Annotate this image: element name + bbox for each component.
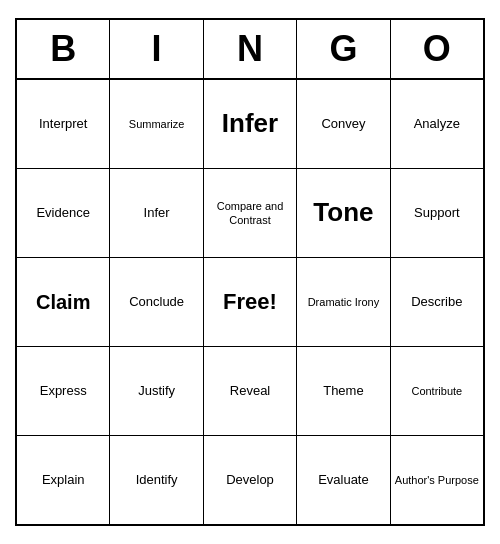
bingo-card: BINGO InterpretSummarizeInferConveyAnaly… bbox=[15, 18, 485, 526]
bingo-cell: Support bbox=[391, 169, 483, 257]
bingo-cell: Express bbox=[17, 347, 110, 435]
bingo-cell: Evaluate bbox=[297, 436, 390, 524]
bingo-cell: Author's Purpose bbox=[391, 436, 483, 524]
bingo-cell: Identify bbox=[110, 436, 203, 524]
bingo-cell: Describe bbox=[391, 258, 483, 346]
bingo-row: ClaimConcludeFree!Dramatic IronyDescribe bbox=[17, 258, 483, 347]
bingo-cell: Compare and Contrast bbox=[204, 169, 297, 257]
bingo-cell: Summarize bbox=[110, 80, 203, 168]
bingo-header: BINGO bbox=[17, 20, 483, 80]
bingo-cell: Infer bbox=[204, 80, 297, 168]
bingo-row: ExplainIdentifyDevelopEvaluateAuthor's P… bbox=[17, 436, 483, 524]
bingo-cell: Analyze bbox=[391, 80, 483, 168]
bingo-cell: Tone bbox=[297, 169, 390, 257]
bingo-cell: Explain bbox=[17, 436, 110, 524]
bingo-cell: Interpret bbox=[17, 80, 110, 168]
bingo-cell: Conclude bbox=[110, 258, 203, 346]
bingo-cell: Theme bbox=[297, 347, 390, 435]
header-letter: G bbox=[297, 20, 390, 78]
bingo-cell: Claim bbox=[17, 258, 110, 346]
bingo-cell: Free! bbox=[204, 258, 297, 346]
bingo-cell: Develop bbox=[204, 436, 297, 524]
bingo-cell: Infer bbox=[110, 169, 203, 257]
bingo-grid: InterpretSummarizeInferConveyAnalyzeEvid… bbox=[17, 80, 483, 524]
header-letter: N bbox=[204, 20, 297, 78]
bingo-cell: Evidence bbox=[17, 169, 110, 257]
bingo-cell: Convey bbox=[297, 80, 390, 168]
bingo-cell: Reveal bbox=[204, 347, 297, 435]
bingo-row: InterpretSummarizeInferConveyAnalyze bbox=[17, 80, 483, 169]
bingo-row: ExpressJustifyRevealThemeContribute bbox=[17, 347, 483, 436]
bingo-cell: Dramatic Irony bbox=[297, 258, 390, 346]
bingo-cell: Contribute bbox=[391, 347, 483, 435]
bingo-cell: Justify bbox=[110, 347, 203, 435]
header-letter: O bbox=[391, 20, 483, 78]
header-letter: I bbox=[110, 20, 203, 78]
header-letter: B bbox=[17, 20, 110, 78]
bingo-row: EvidenceInferCompare and ContrastToneSup… bbox=[17, 169, 483, 258]
